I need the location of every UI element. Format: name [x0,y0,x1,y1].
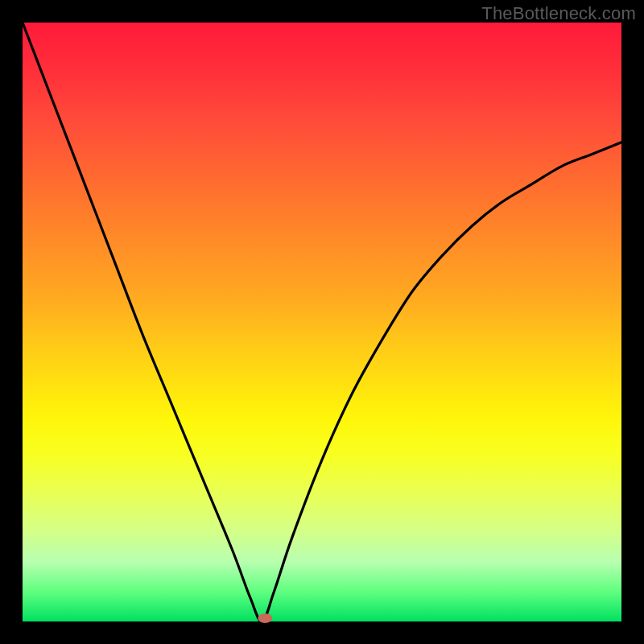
plot-area [23,23,621,621]
attribution-text: TheBottleneck.com [481,3,636,24]
bottleneck-curve [23,23,621,621]
chart-frame: TheBottleneck.com [0,0,644,644]
curve-svg [23,23,621,621]
minimum-marker [258,613,272,623]
